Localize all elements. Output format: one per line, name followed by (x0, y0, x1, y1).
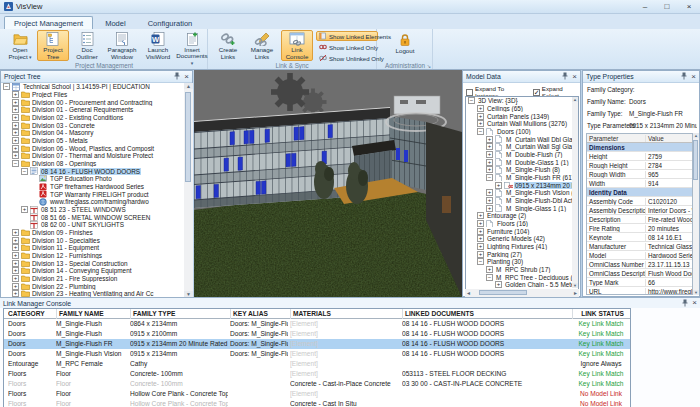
parameter-row[interactable]: OmniClass Number23.17.11.15.13 (587, 260, 692, 269)
expander-icon[interactable]: + (12, 114, 19, 121)
expander-icon[interactable]: + (12, 91, 19, 98)
project-tree-item[interactable]: +Division 12 - Furnishings (1, 252, 184, 260)
project-tree-item[interactable]: +Division 23 - Heating Ventilating and A… (1, 290, 184, 297)
expander-icon[interactable]: + (495, 182, 502, 189)
parameter-row[interactable]: Assembly DescriptionInterior Doors - Woo… (587, 206, 692, 215)
expander-icon[interactable]: + (486, 136, 493, 143)
expander-icon[interactable]: + (12, 106, 19, 113)
parameter-row[interactable]: Rough Width965 (587, 170, 692, 179)
project-tree-item[interactable]: +Division 22 - Plumbing (1, 282, 184, 290)
project-tree-item[interactable]: www.fireglass.com/framing/hardwo (1, 198, 184, 206)
expander-icon[interactable]: + (486, 205, 493, 212)
expander-icon[interactable]: + (477, 243, 484, 250)
pin-icon[interactable] (681, 72, 687, 81)
close-button[interactable]: × (682, 1, 696, 12)
project-tree-item[interactable]: +Division 07 - Thermal and Moisture Prot… (1, 152, 184, 160)
expander-icon[interactable]: + (12, 99, 19, 106)
expander-icon[interactable]: + (12, 283, 19, 290)
model-data-item[interactable]: −3D View: {3D} (466, 97, 572, 105)
checkbox-icon[interactable] (533, 89, 540, 96)
checkbox-icon[interactable] (466, 89, 473, 96)
paragraph-window-button[interactable]: Paragraph Window (105, 30, 139, 61)
model-data-item[interactable]: +M_Single-Glass 1 (1) (466, 204, 572, 212)
column-header-link-status[interactable]: LINK STATUS (572, 309, 630, 319)
expander-icon[interactable]: + (477, 120, 484, 127)
expander-icon[interactable]: + (12, 229, 19, 236)
expander-icon[interactable]: + (12, 152, 19, 159)
pin-icon[interactable] (562, 72, 568, 81)
doc-outliner-button[interactable]: Doc Outliner (71, 30, 103, 61)
model-data-item[interactable]: +Curtain Wall Mullions (3276) (466, 120, 572, 128)
expander-icon[interactable]: + (477, 113, 484, 120)
scroll-right-icon[interactable]: ► (573, 290, 578, 296)
show-linked-elements-toggle[interactable]: Show Linked Elements (316, 31, 378, 41)
model-data-item[interactable]: +Furniture (104) (466, 227, 572, 235)
project-tree-item[interactable]: +Division 10 - Specialties (1, 236, 184, 244)
manage-links-button[interactable]: Manage Links (246, 30, 278, 61)
project-tree-item[interactable]: TGP fireframes Hardwood Series (1, 183, 184, 191)
prop-grid-scrollbar[interactable]: ▲ ▼ (693, 133, 699, 295)
viewport-3d[interactable] (194, 70, 462, 297)
launch-visiword-button[interactable]: W Launch VisiWord (141, 30, 175, 61)
model-data-item[interactable]: −M_Single-Flush FR (61) (466, 174, 572, 182)
project-tree-item[interactable]: −08 14 16 - FLUSH WOOD DOORS (1, 167, 184, 175)
parameter-row[interactable]: ManufacturerTechnical Glass Produ... (587, 242, 692, 251)
link-table-row[interactable]: DoorsM_Single-Flush0864 x 2134mmDoors: M… (4, 319, 630, 329)
expander-icon[interactable]: + (12, 244, 19, 251)
expander-icon[interactable]: + (12, 137, 19, 144)
expander-icon[interactable]: − (486, 174, 493, 181)
model-data-item[interactable]: −M_RPC Tree - Deciduous (13) (466, 273, 572, 281)
show-linked-only-toggle[interactable]: Show Linked Only (316, 42, 378, 52)
project-tree-button[interactable]: Project Tree (37, 30, 69, 61)
model-data-item[interactable]: +Golden Chain - 5.5 Meters (2) (466, 281, 572, 288)
link-table-row[interactable]: DoorsM_Single-Flush FR0915 x 2134mm 20 M… (4, 339, 630, 349)
project-tree-item[interactable]: +Division 21 - Fire Suppression (1, 275, 184, 283)
model-data-item[interactable]: +Ceilings (65) (466, 105, 572, 113)
scroll-down-icon[interactable]: ▼ (572, 283, 578, 288)
model-tree-hscrollbar[interactable]: ◄ ► (465, 289, 579, 297)
pin-icon[interactable] (682, 299, 688, 308)
project-tree-item[interactable]: +Division 03 - Concrete (1, 121, 184, 129)
expander-icon[interactable]: + (12, 129, 19, 136)
expander-icon[interactable]: + (486, 143, 493, 150)
expander-icon[interactable]: + (486, 197, 493, 204)
link-table-row[interactable]: EntourageM_RPC FemaleCathy[Element]Ignor… (4, 359, 630, 369)
project-tree-item[interactable]: −Technical School | 3.14159-PI | EDUCATI… (1, 83, 184, 91)
model-data-item[interactable]: +M_Curtain Wall Sgl Glass (11) (466, 143, 572, 151)
project-tree-item[interactable]: +Division 09 - Finishes (1, 229, 184, 237)
model-data-item[interactable]: +Parking (27) (466, 250, 572, 258)
column-header-linked-documents[interactable]: LINKED DOCUMENTS (402, 309, 572, 319)
tab-configuration[interactable]: Configuration (138, 16, 203, 29)
column-header-family-name[interactable]: FAMILY NAME (56, 309, 128, 319)
project-tree-item[interactable]: +Division 13 - Special Construction (1, 259, 184, 267)
insert-documents-button[interactable]: Insert Documents (177, 30, 207, 61)
expander-icon[interactable]: + (477, 251, 484, 258)
expander-icon[interactable]: + (12, 275, 19, 282)
link-table-row[interactable]: DoorsM_Single-Flush Vision0915 x 2134mmD… (4, 349, 630, 359)
project-tree-scrollbar[interactable]: ▲ ▼ (184, 83, 193, 297)
parameter-row[interactable]: DescriptionFire-rated Wood Doors (587, 215, 692, 224)
project-tree-item[interactable]: +Division 06 - Wood, Plastics, and Compo… (1, 144, 184, 152)
expander-icon[interactable]: + (486, 151, 493, 158)
parameter-row[interactable]: ModelHardwood Series (587, 251, 692, 260)
close-panel-icon[interactable]: × (572, 73, 577, 81)
expander-icon[interactable]: + (12, 252, 19, 259)
expander-icon[interactable]: + (12, 237, 19, 244)
model-tree-scrollbar[interactable]: ▲ ▼ (572, 97, 578, 288)
expander-icon[interactable]: − (21, 168, 28, 175)
project-tree-item[interactable]: +Division 11 - Equipment (1, 244, 184, 252)
close-panel-icon[interactable]: × (692, 299, 697, 307)
tab-project-management[interactable]: Project Management (4, 16, 93, 29)
project-tree-item[interactable]: 08 62 00 - UNIT SKYLIGHTS (1, 221, 184, 229)
expander-icon[interactable]: − (12, 160, 19, 167)
expander-icon[interactable]: + (486, 159, 493, 166)
project-tree-item[interactable]: +Division 05 - Metals (1, 137, 184, 145)
model-data-item[interactable]: −Planting (30) (466, 258, 572, 266)
expander-icon[interactable]: − (477, 128, 484, 135)
project-tree-item[interactable]: +Division 04 - Masonry (1, 129, 184, 137)
model-data-item[interactable]: +Generic Models (42) (466, 235, 572, 243)
expander-icon[interactable]: − (486, 274, 493, 281)
model-data-item[interactable]: −Doors (100) (466, 128, 572, 136)
parameter-row[interactable]: Assembly CodeC1020120 (587, 197, 692, 206)
project-tree-item[interactable]: +Division 02 - Existing Conditions (1, 114, 184, 122)
